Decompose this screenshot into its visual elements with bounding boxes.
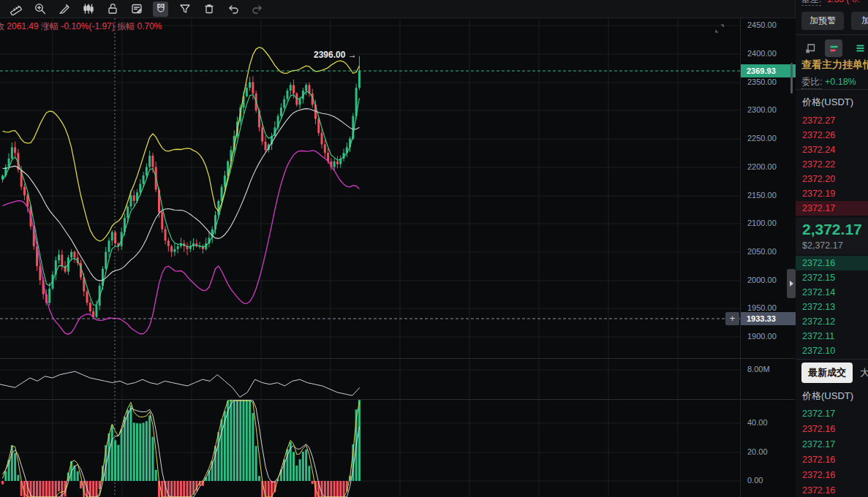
magnet-icon[interactable]: [153, 1, 168, 17]
candle-pattern-icon[interactable]: [80, 1, 96, 17]
divider: [796, 89, 868, 90]
ratio-label: 委比:: [801, 77, 822, 89]
brush-icon[interactable]: [56, 1, 72, 17]
trash-icon[interactable]: [201, 1, 216, 17]
trade-row: 2372.17: [796, 437, 868, 452]
commission-ratio-row: 委比: +0.18%: [801, 76, 856, 88]
chevron-right-icon: [790, 281, 793, 287]
tab-large-trades-partial[interactable]: 大: [860, 366, 868, 379]
change-label: 涨幅: [41, 21, 59, 31]
add-box-icon[interactable]: [801, 39, 819, 57]
bid-row[interactable]: 2372.14: [796, 285, 868, 300]
axis-label: 1950.00: [747, 303, 777, 312]
lock-open-icon[interactable]: [105, 1, 120, 17]
axis-label: 2250.00: [747, 134, 777, 143]
axis-label: 2400.00: [747, 49, 777, 58]
ratio-value: +0.18%: [825, 77, 856, 87]
price-annotation: 2396.00 →: [314, 50, 357, 60]
ask-row[interactable]: 2372.17: [796, 201, 868, 216]
axis-label: 20.00: [747, 447, 768, 456]
ask-row[interactable]: 2372.24: [796, 143, 868, 157]
axis-label: 2050.00: [747, 247, 777, 256]
order-price-tag[interactable]: 1933.33: [741, 312, 796, 325]
axis-label: 2350.00: [747, 77, 777, 86]
trades-list-icon[interactable]: [851, 39, 868, 57]
orderbook-depth-icon[interactable]: [825, 39, 842, 57]
ask-row[interactable]: 2372.22: [796, 157, 868, 172]
bid-row[interactable]: 2372.13: [796, 300, 868, 314]
axis-label: 2200.00: [747, 162, 777, 171]
price-axis[interactable]: 2450.002400.002350.002300.002250.002200.…: [740, 18, 796, 497]
trades-price-header: 价格(USDT): [802, 390, 853, 403]
filter-icon[interactable]: [177, 1, 192, 17]
pane-separator[interactable]: [0, 358, 795, 359]
axis-label: 2100.00: [747, 219, 777, 227]
axis-label: 0.00: [747, 476, 763, 485]
axis-label: 1900.00: [747, 332, 777, 341]
trade-row: 2372.16: [796, 452, 868, 468]
orderbook-price-header: 价格(USDT): [802, 96, 853, 109]
bid-row[interactable]: 2372.12: [796, 314, 868, 329]
bid-row[interactable]: 2372.16: [796, 256, 868, 270]
panel-icon-tabs: [796, 39, 868, 58]
redo-icon[interactable]: [249, 1, 265, 17]
amplitude-label: 振幅: [117, 21, 135, 31]
add-watchlist-button[interactable]: 加: [851, 12, 868, 30]
price-chart[interactable]: 收 2061.49 涨幅 -0.10%(-1.97) 振幅 0.70% 2396…: [0, 18, 740, 497]
view-main-orders-link[interactable]: 查看主力挂单情: [801, 58, 868, 72]
drawing-toolbar: [0, 0, 795, 18]
tab-latest-trades[interactable]: 最新成交: [801, 363, 853, 383]
ohlc-info-line: 收 2061.49 涨幅 -0.10%(-1.97) 振幅 0.70%: [0, 20, 162, 33]
last-price: 2,372.17: [802, 219, 868, 240]
trade-row: 2372.16: [796, 468, 868, 483]
last-price-block[interactable]: 2,372.17 $2,372.17: [796, 218, 868, 254]
panel-scrollbar[interactable]: [790, 63, 793, 94]
trading-terminal: 收 2061.49 涨幅 -0.10%(-1.97) 振幅 0.70% 2396…: [0, 0, 868, 497]
basis-label: 基差:: [801, 0, 821, 6]
bid-row[interactable]: 2372.11: [796, 329, 868, 344]
zoom-in-icon[interactable]: [32, 1, 48, 17]
bid-row[interactable]: 2372.10: [796, 344, 868, 358]
current-price-tag: 2369.93: [741, 64, 796, 77]
axis-label: 2300.00: [747, 105, 777, 114]
ask-row[interactable]: 2372.26: [796, 128, 868, 143]
asks-list: 2372.272372.262372.242372.222372.202372.…: [796, 113, 868, 216]
ask-row[interactable]: 2372.20: [796, 172, 868, 186]
ask-row[interactable]: 2372.19: [796, 186, 868, 201]
axis-label: 2450.00: [747, 20, 777, 29]
trades-list: 2372.172372.162372.172372.162372.162372.…: [796, 406, 868, 497]
divider: [796, 359, 868, 360]
bids-list: 2372.162372.152372.142372.132372.122372.…: [796, 256, 868, 358]
pane-separator[interactable]: [0, 399, 795, 400]
fullscreen-icon[interactable]: [713, 22, 728, 37]
trade-row: 2372.17: [796, 406, 868, 422]
change-value: -0.10%(-1.97): [61, 21, 114, 31]
last-price-usd: $2,372.17: [802, 240, 868, 251]
ask-row[interactable]: 2372.27: [796, 113, 868, 128]
close-label: 收: [0, 21, 4, 31]
basis-row: 基差: -1.33 (-0.: [801, 0, 859, 6]
orderbook-panel: 基差: -1.33 (-0. 加预警 加 查看主力挂单情 委比: +0.18% …: [795, 0, 868, 497]
bid-row[interactable]: 2372.15: [796, 270, 868, 285]
axis-label: 8.00M: [747, 365, 770, 373]
trade-row: 2372.16: [796, 422, 868, 437]
divider: [796, 34, 868, 35]
close-value: 2061.49: [7, 21, 38, 31]
add-alert-button[interactable]: 加预警: [801, 12, 844, 30]
panel-collapse-handle[interactable]: [787, 269, 796, 298]
basis-value: -1.33 (-0.: [824, 0, 860, 4]
axis-label: 40.00: [747, 418, 768, 427]
chart-canvas[interactable]: [0, 18, 740, 497]
notes-icon[interactable]: [129, 1, 144, 17]
axis-label: 2150.00: [747, 191, 777, 200]
trade-row: 2372.16: [796, 483, 868, 497]
ruler-icon[interactable]: [8, 1, 23, 17]
amplitude-value: 0.70%: [137, 21, 162, 31]
undo-icon[interactable]: [225, 1, 241, 17]
axis-label: 2000.00: [747, 276, 777, 284]
add-order-plus-button[interactable]: +: [725, 312, 739, 325]
